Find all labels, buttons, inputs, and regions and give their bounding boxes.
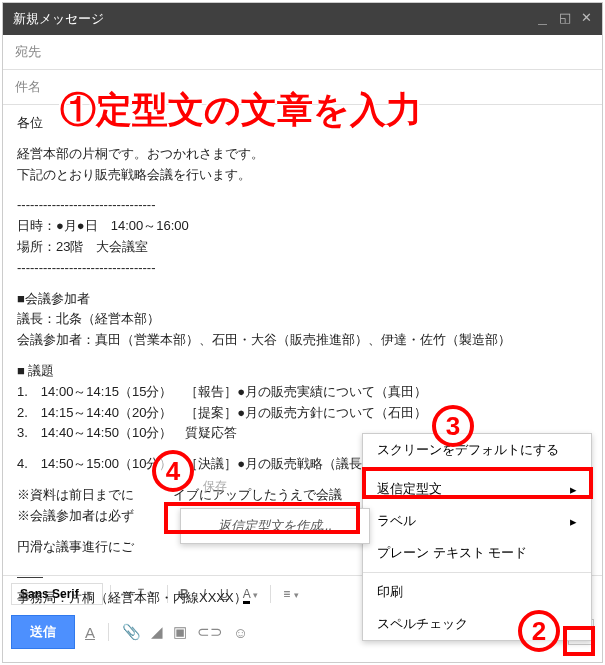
body-line: 会議参加者：真田（営業本部）、石田・大谷（販売推進部）、伊達・佐竹（製造部）	[17, 330, 588, 351]
to-label: 宛先	[15, 44, 41, 59]
minimize-icon[interactable]: ＿	[536, 10, 549, 28]
body-line: 各位	[17, 113, 588, 134]
titlebar: 新規メッセージ ＿ ◱ ✕	[3, 3, 602, 35]
link-icon[interactable]: ⊂⊃	[197, 623, 223, 641]
body-line: ■ 議題	[17, 361, 588, 382]
submenu-create-canned[interactable]: 返信定型文を作成...	[181, 509, 369, 543]
menu-fullscreen[interactable]: スクリーンをデフォルトにする	[363, 434, 591, 466]
body-line: 2. 14:15～14:40（20分） ［提案］●月の販売方針について（石田）	[17, 403, 588, 424]
body-line: --------------------------------	[17, 258, 588, 279]
menu-canned-responses[interactable]: 返信定型文▸	[363, 473, 591, 505]
saving-indicator: 保存	[203, 477, 227, 496]
body-line: 下記のとおり販売戦略会議を行います。	[17, 165, 588, 186]
body-line: 日時：●月●日 14:00～16:00	[17, 216, 588, 237]
menu-spellcheck[interactable]: スペルチェック	[363, 608, 591, 640]
subject-field[interactable]: 件名	[3, 70, 602, 105]
close-icon[interactable]: ✕	[581, 10, 592, 28]
send-button[interactable]: 送信	[11, 615, 75, 649]
window-title: 新規メッセージ	[13, 10, 104, 28]
expand-icon[interactable]: ◱	[559, 10, 571, 28]
menu-plain-text[interactable]: プレーン テキスト モード	[363, 537, 591, 569]
more-options-menu: スクリーンをデフォルトにする 返信定型文▸ ラベル▸ プレーン テキスト モード…	[362, 433, 592, 641]
menu-print[interactable]: 印刷	[363, 576, 591, 608]
body-line: 場所：23階 大会議室	[17, 237, 588, 258]
body-line: 1. 14:00～14:15（15分） ［報告］●月の販売実績について（真田）	[17, 382, 588, 403]
emoji-icon[interactable]: ☺	[233, 624, 248, 641]
format-toggle-button[interactable]: A	[85, 624, 95, 641]
body-line: 経営本部の片桐です。おつかれさまです。	[17, 144, 588, 165]
subject-label: 件名	[15, 79, 41, 94]
drive-icon[interactable]: ◢	[151, 623, 163, 641]
body-line: ■会議参加者	[17, 289, 588, 310]
body-line: 議長：北条（経営本部）	[17, 309, 588, 330]
menu-label[interactable]: ラベル▸	[363, 505, 591, 537]
body-line: --------------------------------	[17, 195, 588, 216]
attach-icon[interactable]: 📎	[122, 623, 141, 641]
photo-icon[interactable]: ▣	[173, 623, 187, 641]
canned-responses-submenu: 返信定型文を作成...	[180, 508, 370, 544]
to-field[interactable]: 宛先	[3, 35, 602, 70]
